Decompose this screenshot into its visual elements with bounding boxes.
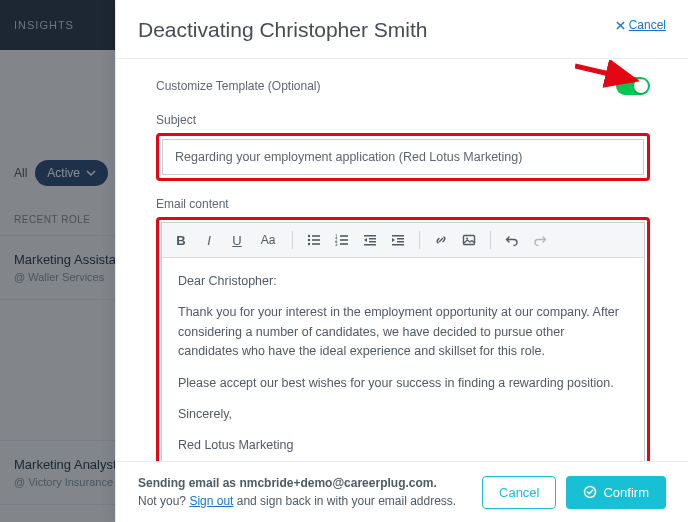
close-icon bbox=[616, 21, 625, 30]
svg-rect-12 bbox=[364, 235, 376, 237]
image-button[interactable] bbox=[458, 229, 480, 251]
italic-button[interactable]: I bbox=[198, 229, 220, 251]
sign-out-link[interactable]: Sign out bbox=[189, 494, 233, 508]
chevron-down-icon bbox=[86, 168, 96, 178]
deactivate-modal: Deactivating Christopher Smith Cancel Cu… bbox=[115, 0, 688, 522]
rich-text-editor: B I U Aa 123 bbox=[161, 222, 645, 461]
font-size-button[interactable]: Aa bbox=[254, 229, 282, 251]
modal-title: Deactivating Christopher Smith bbox=[138, 18, 427, 42]
svg-rect-17 bbox=[397, 238, 404, 240]
svg-point-21 bbox=[466, 238, 468, 240]
number-list-button[interactable]: 123 bbox=[331, 229, 353, 251]
outdent-icon bbox=[363, 233, 377, 247]
svg-rect-14 bbox=[369, 241, 376, 243]
cancel-link[interactable]: Cancel bbox=[616, 18, 666, 32]
svg-rect-7 bbox=[340, 235, 348, 237]
link-button[interactable] bbox=[430, 229, 452, 251]
svg-rect-15 bbox=[364, 244, 376, 246]
bullet-list-button[interactable] bbox=[303, 229, 325, 251]
svg-rect-1 bbox=[312, 235, 320, 237]
svg-point-4 bbox=[308, 243, 310, 245]
filter-active-pill: Active bbox=[35, 160, 108, 186]
image-icon bbox=[462, 233, 476, 247]
svg-rect-9 bbox=[340, 239, 348, 241]
svg-rect-20 bbox=[464, 236, 475, 245]
email-paragraph: Please accept our best wishes for your s… bbox=[178, 374, 628, 393]
underline-button[interactable]: U bbox=[226, 229, 248, 251]
email-content-highlight: B I U Aa 123 bbox=[156, 217, 650, 461]
number-list-icon: 123 bbox=[335, 233, 349, 247]
link-icon bbox=[434, 233, 448, 247]
customize-template-toggle[interactable] bbox=[616, 77, 650, 95]
sending-as-info: Sending email as nmcbride+demo@careerplu… bbox=[138, 474, 456, 510]
svg-rect-18 bbox=[397, 241, 404, 243]
subject-input[interactable] bbox=[162, 139, 644, 175]
redo-button[interactable] bbox=[529, 229, 551, 251]
email-greeting: Dear Christopher: bbox=[178, 272, 628, 291]
toolbar-separator bbox=[419, 231, 420, 249]
customize-template-label: Customize Template (Optional) bbox=[156, 79, 321, 93]
check-circle-icon bbox=[583, 485, 597, 499]
email-content-label: Email content bbox=[156, 197, 650, 211]
modal-footer: Sending email as nmcbride+demo@careerplu… bbox=[116, 461, 688, 522]
svg-rect-3 bbox=[312, 239, 320, 241]
subject-label: Subject bbox=[156, 113, 650, 127]
svg-rect-11 bbox=[340, 243, 348, 245]
svg-point-2 bbox=[308, 239, 310, 241]
outdent-button[interactable] bbox=[359, 229, 381, 251]
indent-icon bbox=[391, 233, 405, 247]
confirm-button[interactable]: Confirm bbox=[566, 476, 666, 509]
email-signoff: Sincerely, bbox=[178, 405, 628, 424]
email-signature: Red Lotus Marketing bbox=[178, 436, 628, 455]
nav-insights: INSIGHTS bbox=[14, 19, 74, 31]
bullet-list-icon bbox=[307, 233, 321, 247]
subject-highlight bbox=[156, 133, 650, 181]
bold-button[interactable]: B bbox=[170, 229, 192, 251]
toolbar-separator bbox=[490, 231, 491, 249]
toggle-knob bbox=[634, 79, 648, 93]
toolbar-separator bbox=[292, 231, 293, 249]
email-paragraph: Thank you for your interest in the emplo… bbox=[178, 303, 628, 361]
svg-rect-19 bbox=[392, 244, 404, 246]
svg-rect-13 bbox=[369, 238, 376, 240]
undo-icon bbox=[505, 233, 519, 247]
svg-rect-5 bbox=[312, 243, 320, 245]
email-body-textarea[interactable]: Dear Christopher: Thank you for your int… bbox=[162, 258, 644, 461]
cancel-button[interactable]: Cancel bbox=[482, 476, 556, 509]
redo-icon bbox=[533, 233, 547, 247]
svg-point-0 bbox=[308, 235, 310, 237]
indent-button[interactable] bbox=[387, 229, 409, 251]
svg-rect-16 bbox=[392, 235, 404, 237]
modal-header: Deactivating Christopher Smith Cancel bbox=[116, 0, 688, 59]
filter-all: All bbox=[14, 166, 27, 180]
svg-text:3: 3 bbox=[335, 242, 338, 247]
undo-button[interactable] bbox=[501, 229, 523, 251]
editor-toolbar: B I U Aa 123 bbox=[162, 223, 644, 258]
